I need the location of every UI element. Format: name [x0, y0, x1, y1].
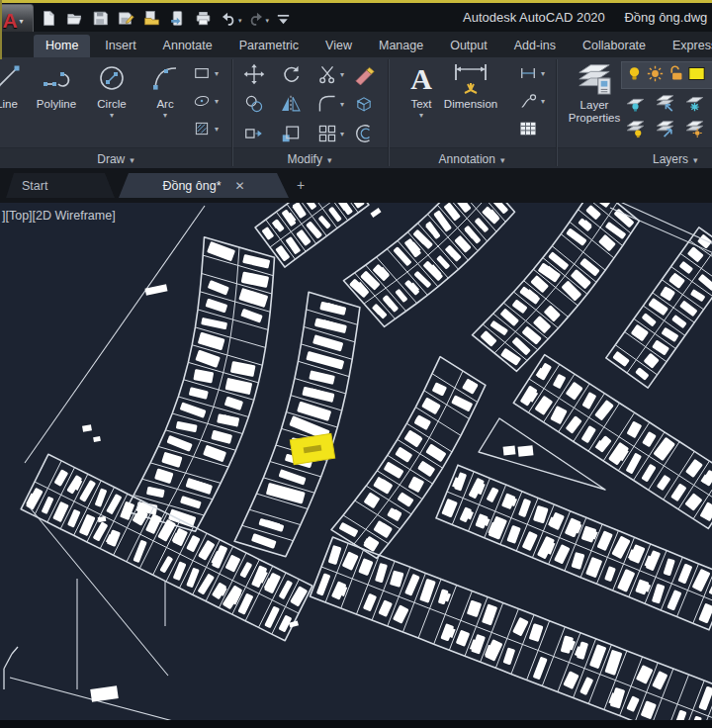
move-button[interactable]	[243, 63, 265, 85]
share-mobile-icon[interactable]	[164, 7, 190, 29]
thaw-all-layers-icon[interactable]	[684, 119, 705, 138]
redo-icon[interactable]	[243, 7, 269, 29]
panel-divider	[556, 59, 557, 166]
chevron-down-icon[interactable]: ▾	[340, 130, 344, 138]
tab-annotate[interactable]: Annotate	[151, 35, 224, 57]
quick-access-toolbar: ▾▾	[36, 6, 296, 30]
rectangle-button[interactable]: ▾	[192, 63, 219, 83]
tab-express[interactable]: Express	[661, 35, 712, 57]
tab-output[interactable]: Output	[438, 35, 499, 57]
copy-button[interactable]	[243, 93, 265, 115]
window-top-border	[0, 0, 712, 3]
app-title: Autodesk AutoCAD 2020	[463, 10, 605, 25]
file-tab-start[interactable]: Start	[6, 173, 115, 198]
circle-button[interactable]: Circle▾	[85, 60, 138, 120]
chevron-down-icon	[688, 152, 698, 166]
layer-on-bulb-icon[interactable]	[626, 65, 647, 86]
layer-thaw-sun-icon[interactable]	[647, 65, 668, 86]
drawing-viewport[interactable]	[0, 203, 712, 720]
new-drawing-icon[interactable]	[36, 7, 61, 29]
autocad-window: A ▾ ▾▾ Autodesk AutoCAD 2020 Đồng ông.dw…	[0, 0, 712, 728]
plot-icon[interactable]	[190, 7, 216, 29]
ribbon: LinePolylineCircle▾Arc▾ ▾▾▾ ▾▾▾ Text▾Dim…	[0, 57, 712, 168]
chevron-down-icon[interactable]: ▾	[215, 97, 219, 106]
window-title: Autodesk AutoCAD 2020 Đồng ông.dwg	[463, 10, 707, 25]
chevron-down-icon[interactable]: ▾	[340, 70, 344, 79]
chevron-down-icon[interactable]: ▾	[541, 97, 545, 106]
drawing-area[interactable]: ][Top][2D Wireframe]	[0, 203, 712, 720]
layer-match-icon[interactable]	[655, 119, 675, 138]
annotation-panel-label[interactable]: Annotation	[388, 150, 556, 168]
turn-on-all-layers-icon[interactable]	[625, 119, 646, 138]
chevron-down-icon[interactable]: ▾	[215, 125, 219, 134]
text-button[interactable]: Text▾	[398, 60, 445, 120]
title-bar: A ▾ ▾▾ Autodesk AutoCAD 2020 Đồng ông.dw…	[0, 3, 712, 32]
viewport-controls[interactable]: ][Top][2D Wireframe]	[2, 209, 116, 223]
customize-quick-access-icon[interactable]	[270, 7, 296, 29]
array-button[interactable]: ▾	[316, 123, 344, 144]
chevron-down-icon	[125, 152, 134, 166]
stretch-button[interactable]	[243, 123, 265, 144]
tab-collaborate[interactable]: Collaborate	[571, 35, 658, 57]
layer-state-control[interactable]	[621, 61, 712, 89]
tab-view[interactable]: View	[313, 35, 364, 57]
arc-button[interactable]: Arc▾	[138, 60, 192, 120]
window-left-border	[0, 0, 2, 59]
fillet-button[interactable]: ▾	[316, 93, 344, 115]
chevron-down-icon	[322, 152, 332, 166]
trim-button[interactable]: ▾	[316, 63, 344, 85]
tab-parametric[interactable]: Parametric	[227, 35, 311, 57]
wedge-parcel-text	[518, 445, 534, 457]
chevron-down-icon	[495, 152, 505, 166]
new-tab-button[interactable]: +	[297, 177, 305, 193]
layer-unlock-icon[interactable]	[668, 65, 688, 86]
layer-freeze-icon[interactable]	[684, 93, 705, 113]
chevron-down-icon[interactable]: ▾	[340, 100, 344, 109]
rotate-button[interactable]	[280, 63, 302, 85]
layer-color-swatch-icon[interactable]	[688, 65, 709, 86]
chevron-down-icon[interactable]: ▾	[110, 111, 114, 120]
file-tab-bar: Start Đồng ông* ✕ +	[0, 168, 712, 203]
plot-publish-icon[interactable]	[138, 7, 164, 29]
chevron-down-icon[interactable]: ▾	[238, 17, 242, 25]
ribbon-tab-bar: HomeInsertAnnotateParametricViewManageOu…	[0, 32, 712, 57]
file-tab-document[interactable]: Đồng ông* ✕	[119, 173, 289, 198]
layer-isolate-icon[interactable]	[655, 93, 675, 113]
hatch-button[interactable]: ▾	[192, 119, 219, 138]
mirror-button[interactable]	[280, 93, 302, 115]
scale-button[interactable]	[280, 123, 302, 144]
wedge-parcel-text	[503, 445, 516, 455]
close-icon[interactable]: ✕	[235, 179, 245, 193]
layer-properties-icon	[575, 59, 614, 97]
ellipse-button[interactable]: ▾	[192, 91, 219, 111]
draw-panel-label[interactable]: Draw	[0, 150, 231, 168]
offset-button[interactable]	[353, 123, 375, 144]
chevron-down-icon[interactable]: ▾	[419, 111, 423, 120]
tab-add-ins[interactable]: Add-ins	[502, 35, 568, 57]
dimension-style-button[interactable]: ▾	[518, 63, 545, 83]
chevron-down-icon[interactable]: ▾	[541, 69, 545, 78]
chevron-down-icon: ▾	[20, 17, 24, 26]
erase-button[interactable]	[353, 63, 375, 85]
multileader-button[interactable]: ▾	[518, 91, 545, 111]
layer-properties-button[interactable]: Layer Properties	[566, 59, 623, 125]
chevron-down-icon[interactable]: ▾	[163, 111, 167, 120]
table-button[interactable]	[518, 119, 538, 138]
dimension-button[interactable]: Dimension	[447, 60, 494, 110]
tab-insert[interactable]: Insert	[93, 35, 147, 57]
layer-off-icon[interactable]	[625, 93, 646, 113]
explode-button[interactable]	[353, 93, 375, 115]
modify-panel-label[interactable]: Modify	[231, 150, 388, 168]
tab-manage[interactable]: Manage	[367, 35, 435, 57]
chevron-down-icon[interactable]: ▾	[215, 69, 219, 78]
polyline-button[interactable]: Polyline	[30, 60, 83, 110]
open-drawing-icon[interactable]	[61, 7, 87, 29]
layers-panel-label[interactable]: Layers	[653, 150, 712, 168]
autocad-logo: A	[2, 9, 17, 33]
command-line-edge	[0, 720, 712, 728]
tab-home[interactable]: Home	[34, 35, 90, 57]
save-as-icon[interactable]	[113, 7, 138, 29]
line-button[interactable]: Line	[0, 60, 34, 110]
save-icon[interactable]	[87, 7, 113, 29]
document-name: Đồng ông.dwg	[624, 10, 707, 25]
